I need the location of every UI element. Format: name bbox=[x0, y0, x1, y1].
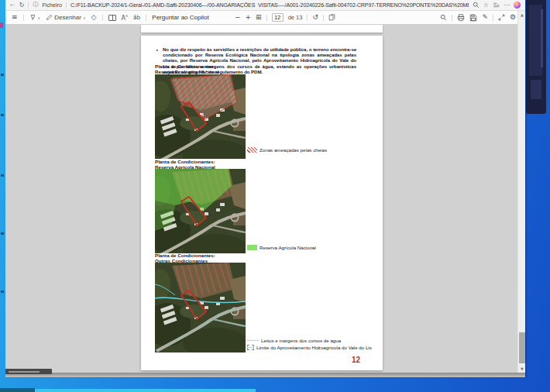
divider bbox=[493, 15, 493, 21]
pen-icon bbox=[46, 14, 53, 21]
back-icon[interactable]: ← bbox=[10, 2, 15, 9]
desktop-artifact bbox=[1, 291, 4, 293]
legend-hidroagricola: Limite do Aproveitamento Hidroagrícola d… bbox=[247, 345, 372, 350]
map-outras-condicionantes bbox=[155, 263, 246, 352]
address-bar[interactable]: C:/F11-BACKUP-2024/1-Geral-/01-AMD-Safti… bbox=[70, 2, 469, 8]
document-page: • No que diz respeito às servidões e res… bbox=[141, 36, 383, 370]
draw-button[interactable]: Desenhar ∨ bbox=[46, 14, 85, 21]
desktop-artifact bbox=[1, 74, 4, 76]
ran-green-swatch bbox=[247, 245, 257, 250]
text-size-icon[interactable]: Aʌ bbox=[122, 13, 128, 22]
fit-width-icon[interactable]: ⊞ bbox=[256, 14, 262, 21]
divider bbox=[28, 2, 29, 9]
file-scheme-label: Ficheiro bbox=[42, 2, 62, 9]
draw-label: Desenhar bbox=[54, 14, 81, 21]
scroll-down-arrow[interactable]: ▼ bbox=[518, 365, 526, 373]
toc-menu-icon[interactable]: ≡ bbox=[12, 14, 18, 21]
divider bbox=[452, 15, 452, 21]
desktop-dark-window bbox=[526, 0, 546, 114]
section3-heading-line1: Planta de Condicionantes: bbox=[155, 253, 215, 258]
highlight-button[interactable]: ∨ bbox=[29, 14, 41, 21]
divider bbox=[307, 15, 308, 21]
desktop-artifact bbox=[0, 22, 3, 28]
legend-label: Zonas ameaçadas pelas cheias bbox=[260, 147, 327, 153]
section2-heading-line1: Planta de Condicionantes: bbox=[155, 159, 215, 164]
legend-ran: Reserva Agrícola Nacional bbox=[247, 245, 316, 250]
text-caret: ʌ bbox=[125, 13, 128, 18]
hidroagricola-swatch bbox=[247, 345, 254, 350]
more-menu-icon[interactable]: ⋯ bbox=[504, 2, 510, 9]
scrollbar[interactable]: ▲ ▼ bbox=[517, 11, 525, 373]
desktop-artifact bbox=[1, 114, 4, 116]
gear-icon[interactable]: ⚙ bbox=[510, 14, 516, 21]
page-view-icon[interactable] bbox=[328, 14, 335, 21]
refresh-icon[interactable]: ↻ bbox=[19, 2, 25, 9]
highlighter-icon bbox=[29, 14, 36, 21]
divider bbox=[23, 15, 24, 21]
page-number-input[interactable] bbox=[272, 13, 284, 22]
legend-label: Reserva Agrícola Nacional bbox=[260, 245, 316, 250]
zoom-out-icon[interactable]: − bbox=[235, 14, 241, 21]
scroll-up-arrow[interactable]: ▲ bbox=[518, 11, 526, 19]
divider bbox=[146, 15, 146, 21]
section1-heading-line1: Planta de Condicionantes: bbox=[155, 64, 219, 69]
save-icon[interactable] bbox=[469, 14, 477, 22]
desktop-dark-window-scroll bbox=[541, 9, 543, 67]
status-tooltip bbox=[5, 369, 52, 374]
zoom-in-icon[interactable]: + bbox=[246, 14, 252, 21]
read-aloud-icon[interactable]: ǎb bbox=[133, 14, 140, 21]
favorite-star-icon[interactable]: ☆ bbox=[483, 2, 489, 9]
divider bbox=[266, 15, 267, 21]
legend-label: Leitos e margens dos cursos de água bbox=[261, 338, 341, 343]
pdf-toolbar: ≡ ∨ Desenhar ∨ ◇ Aʌ ǎb Perg bbox=[5, 11, 525, 25]
edit-pen-icon[interactable]: ✎ bbox=[482, 14, 488, 21]
divider bbox=[102, 15, 103, 21]
browser-window: ← ↻ ⓘ Ficheiro C:/F11-BACKUP-2024/1-Gera… bbox=[5, 0, 525, 377]
rotate-icon[interactable]: ↺ bbox=[312, 14, 318, 21]
divider bbox=[323, 15, 324, 21]
flood-hatch-swatch bbox=[247, 147, 257, 153]
text-box-icon[interactable] bbox=[108, 15, 116, 21]
previous-page-edge bbox=[141, 25, 383, 33]
desktop-bottom-cyan-band bbox=[35, 389, 256, 392]
file-info-icon[interactable]: ⓘ bbox=[33, 2, 38, 8]
favorites-list-icon[interactable] bbox=[493, 2, 500, 9]
desktop-artifact bbox=[1, 174, 4, 177]
page-count-label: de 13 bbox=[288, 14, 303, 21]
desktop: ← ↻ ⓘ Ficheiro C:/F11-BACKUP-2024/1-Gera… bbox=[0, 0, 550, 392]
eraser-icon[interactable]: ◇ bbox=[91, 14, 97, 21]
chevron-down-icon: ∨ bbox=[83, 15, 86, 20]
page-controls: − + ⊞ de 13 ↺ bbox=[235, 11, 335, 24]
desktop-bottom-dark-band bbox=[0, 388, 35, 392]
fullscreen-icon[interactable] bbox=[498, 14, 505, 21]
bullet-marker: • bbox=[156, 47, 159, 53]
copilot-icon[interactable] bbox=[514, 2, 521, 9]
pdf-viewer: • No que diz respeito às servidões e res… bbox=[5, 25, 525, 373]
map-reserva-ecologica bbox=[155, 74, 246, 159]
desktop-dark-window-panel2 bbox=[531, 80, 541, 99]
legend-flood: Zonas ameaçadas pelas cheias bbox=[247, 147, 327, 153]
map-reserva-agricola bbox=[155, 169, 246, 253]
ask-copilot-button[interactable]: Perguntar ao Copilot bbox=[152, 14, 208, 21]
scrollbar-thumb[interactable] bbox=[519, 332, 525, 363]
print-icon[interactable] bbox=[457, 14, 465, 22]
chevron-down-icon: ∨ bbox=[38, 15, 41, 20]
section1-heading: Planta de Condicionantes: Reserva Ecológ… bbox=[155, 64, 219, 74]
browser-url-bar: ← ↻ ⓘ Ficheiro C:/F11-BACKUP-2024/1-Gera… bbox=[5, 0, 525, 11]
legend-label: Limite do Aproveitamento Hidroagrícola d… bbox=[256, 345, 372, 350]
search-icon[interactable] bbox=[440, 14, 447, 21]
watercourse-line-swatch bbox=[247, 340, 259, 341]
desktop-artifact bbox=[1, 232, 4, 235]
legend-watercourse: Leitos e margens dos cursos de água bbox=[247, 338, 341, 343]
page-number: 12 bbox=[352, 356, 360, 364]
divider bbox=[66, 2, 67, 9]
toolbar-right: ✎ ⚙ bbox=[440, 11, 516, 24]
zoom-page-icon[interactable] bbox=[473, 2, 480, 9]
window-bottom-edge bbox=[5, 373, 525, 377]
